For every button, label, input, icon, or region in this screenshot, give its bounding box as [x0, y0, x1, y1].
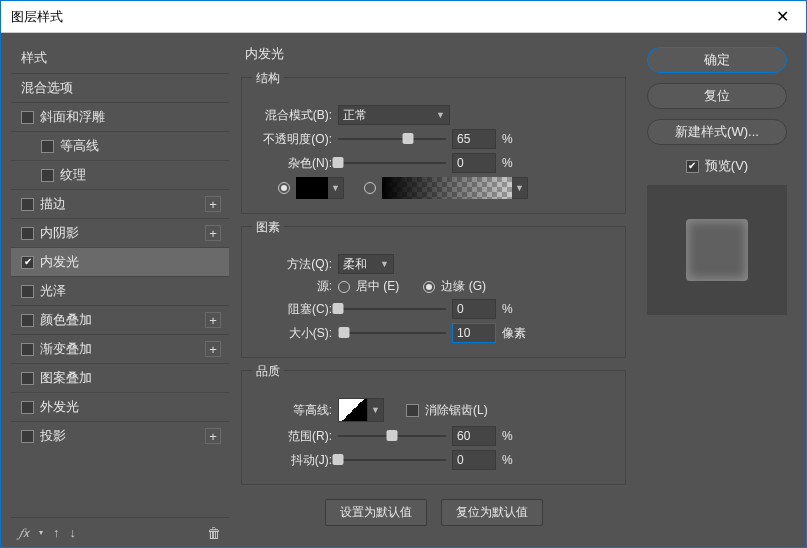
- gradient-overlay-row[interactable]: 渐变叠加 +: [11, 334, 229, 363]
- inner-glow-row[interactable]: 内发光: [11, 247, 229, 276]
- fx-menu-button[interactable]: 𝑓𝗑: [19, 525, 29, 541]
- source-edge-label: 边缘 (G): [441, 278, 486, 295]
- new-style-button[interactable]: 新建样式(W)...: [647, 119, 787, 145]
- choke-label: 阻塞(C):: [252, 301, 332, 318]
- pattern-overlay-checkbox[interactable]: [21, 372, 34, 385]
- color-dropdown[interactable]: ▼: [328, 177, 344, 199]
- drop-shadow-checkbox[interactable]: [21, 430, 34, 443]
- dialog-title: 图层样式: [11, 8, 63, 26]
- source-center-label: 居中 (E): [356, 278, 399, 295]
- default-buttons-row: 设置为默认值 复位为默认值: [241, 499, 626, 526]
- choke-unit: %: [502, 302, 530, 316]
- inner-glow-checkbox[interactable]: [21, 256, 34, 269]
- source-label: 源:: [252, 278, 332, 295]
- gradient-overlay-checkbox[interactable]: [21, 343, 34, 356]
- preview-label: 预览(V): [705, 157, 748, 175]
- inner-shadow-checkbox[interactable]: [21, 227, 34, 240]
- texture-sub-row[interactable]: 纹理: [11, 160, 229, 189]
- elements-group: 图素 方法(Q): 柔和▼ 源: 居中 (E) 边缘 (G) 阻塞(C):: [241, 226, 626, 358]
- blend-mode-select[interactable]: 正常▼: [338, 105, 450, 125]
- stroke-row[interactable]: 描边 +: [11, 189, 229, 218]
- antialias-checkbox[interactable]: [406, 404, 419, 417]
- opacity-input[interactable]: [452, 129, 496, 149]
- inner-shadow-row[interactable]: 内阴影 +: [11, 218, 229, 247]
- contour-sub-checkbox[interactable]: [41, 140, 54, 153]
- bevel-emboss-row[interactable]: 斜面和浮雕: [11, 102, 229, 131]
- satin-checkbox[interactable]: [21, 285, 34, 298]
- add-stroke-button[interactable]: +: [205, 196, 221, 212]
- choke-slider[interactable]: [338, 302, 446, 316]
- move-up-button[interactable]: ↑: [53, 525, 60, 540]
- outer-glow-row[interactable]: 外发光: [11, 392, 229, 421]
- jitter-input[interactable]: [452, 450, 496, 470]
- actions-column: 确定 复位 新建样式(W)... 预览(V): [638, 43, 796, 547]
- ok-button[interactable]: 确定: [647, 47, 787, 73]
- move-down-button[interactable]: ↓: [70, 525, 77, 540]
- gradient-radio[interactable]: [364, 182, 376, 194]
- preview-box: [647, 185, 787, 315]
- preview-swatch: [686, 219, 748, 281]
- noise-slider[interactable]: [338, 156, 446, 170]
- texture-sub-checkbox[interactable]: [41, 169, 54, 182]
- jitter-slider[interactable]: [338, 453, 446, 467]
- technique-select[interactable]: 柔和▼: [338, 254, 394, 274]
- range-unit: %: [502, 429, 530, 443]
- source-center-radio[interactable]: [338, 281, 350, 293]
- color-overlay-row[interactable]: 颜色叠加 +: [11, 305, 229, 334]
- satin-row[interactable]: 光泽: [11, 276, 229, 305]
- source-edge-radio[interactable]: [423, 281, 435, 293]
- fx-menu-caret[interactable]: ▾: [39, 528, 43, 537]
- elements-legend: 图素: [252, 219, 284, 236]
- pattern-overlay-row[interactable]: 图案叠加: [11, 363, 229, 392]
- delete-button[interactable]: 🗑: [207, 525, 221, 541]
- contour-sub-row[interactable]: 等高线: [11, 131, 229, 160]
- opacity-slider[interactable]: [338, 132, 446, 146]
- color-overlay-checkbox[interactable]: [21, 314, 34, 327]
- size-input[interactable]: [452, 323, 496, 343]
- bevel-checkbox[interactable]: [21, 111, 34, 124]
- range-label: 范围(R):: [252, 428, 332, 445]
- stroke-checkbox[interactable]: [21, 198, 34, 211]
- make-default-button[interactable]: 设置为默认值: [325, 499, 427, 526]
- opacity-label: 不透明度(O):: [252, 131, 332, 148]
- size-unit: 像素: [502, 325, 530, 342]
- color-swatch[interactable]: [296, 177, 328, 199]
- quality-group: 品质 等高线: ▼ 消除锯齿(L) 范围(R): % 抖动(J):: [241, 370, 626, 485]
- gradient-swatch[interactable]: [382, 177, 512, 199]
- add-color-overlay-button[interactable]: +: [205, 312, 221, 328]
- drop-shadow-row[interactable]: 投影 +: [11, 421, 229, 450]
- reset-button[interactable]: 复位: [647, 83, 787, 109]
- jitter-unit: %: [502, 453, 530, 467]
- styles-header[interactable]: 样式: [11, 43, 229, 73]
- reset-default-button[interactable]: 复位为默认值: [441, 499, 543, 526]
- preview-checkbox[interactable]: [686, 160, 699, 173]
- choke-input[interactable]: [452, 299, 496, 319]
- panel-title: 内发光: [241, 43, 626, 65]
- size-label: 大小(S):: [252, 325, 332, 342]
- range-input[interactable]: [452, 426, 496, 446]
- add-inner-shadow-button[interactable]: +: [205, 225, 221, 241]
- chevron-down-icon: ▼: [380, 259, 389, 269]
- sidebar-footer: 𝑓𝗑▾ ↑ ↓ 🗑: [11, 517, 229, 547]
- add-gradient-overlay-button[interactable]: +: [205, 341, 221, 357]
- technique-label: 方法(Q):: [252, 256, 332, 273]
- jitter-label: 抖动(J):: [252, 452, 332, 469]
- contour-picker[interactable]: [338, 398, 368, 422]
- range-slider[interactable]: [338, 429, 446, 443]
- add-drop-shadow-button[interactable]: +: [205, 428, 221, 444]
- contour-dropdown[interactable]: ▼: [368, 398, 384, 422]
- quality-legend: 品质: [252, 363, 284, 380]
- noise-label: 杂色(N):: [252, 155, 332, 172]
- close-button[interactable]: ✕: [768, 3, 796, 31]
- blending-options-row[interactable]: 混合选项: [11, 73, 229, 102]
- noise-input[interactable]: [452, 153, 496, 173]
- titlebar: 图层样式 ✕: [1, 1, 806, 33]
- structure-group: 结构 混合模式(B): 正常▼ 不透明度(O): % 杂色(N): %: [241, 77, 626, 214]
- antialias-label: 消除锯齿(L): [425, 402, 488, 419]
- outer-glow-checkbox[interactable]: [21, 401, 34, 414]
- contour-label: 等高线:: [252, 402, 332, 419]
- preview-toggle-row: 预览(V): [686, 157, 748, 175]
- gradient-dropdown[interactable]: ▼: [512, 177, 528, 199]
- color-radio[interactable]: [278, 182, 290, 194]
- size-slider[interactable]: [338, 326, 446, 340]
